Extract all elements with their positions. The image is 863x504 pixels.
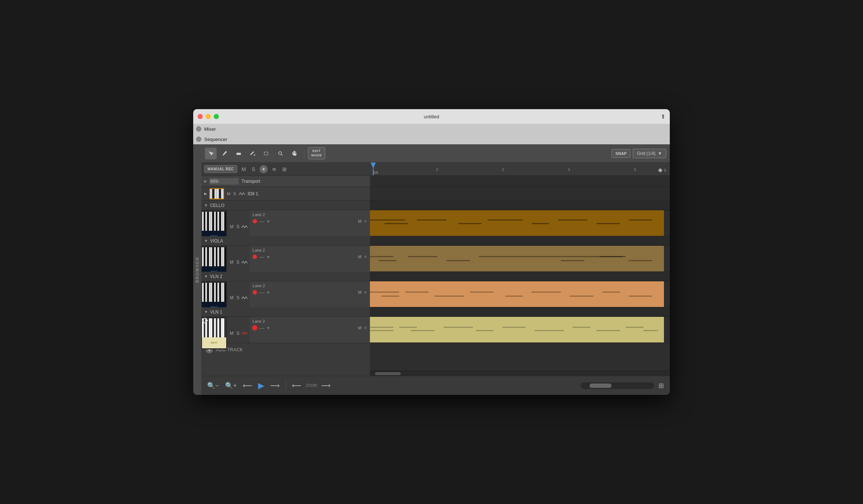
s-button[interactable]: S bbox=[250, 166, 257, 173]
mixer-panel-item[interactable]: Mixer bbox=[193, 124, 670, 134]
vln1-piano-block[interactable] bbox=[370, 317, 664, 342]
vln2-piano-block[interactable] bbox=[370, 281, 664, 307]
forward-zoom-button[interactable]: ⟶ bbox=[320, 380, 332, 391]
top-controls-bar: MANUAL REC M S + ≋ ⊞ bbox=[201, 163, 370, 176]
add-button[interactable]: + bbox=[260, 165, 268, 173]
bottom-scroll-bar[interactable] bbox=[581, 382, 654, 389]
cello-lane[interactable] bbox=[370, 201, 670, 236]
play-button[interactable]: ▶ bbox=[257, 379, 266, 392]
vln1-lane[interactable] bbox=[370, 307, 670, 343]
cello-piano-block[interactable] bbox=[370, 210, 664, 236]
window-title: untitled bbox=[424, 114, 439, 119]
sequencer-panel-item[interactable]: Sequencer bbox=[193, 134, 670, 144]
vln2-lane-arrow-icon[interactable]: ▼ bbox=[267, 290, 270, 294]
edit-mode-button[interactable]: EDIT MODE bbox=[308, 147, 325, 159]
viola-m-button[interactable]: M bbox=[229, 259, 234, 266]
titlebar: untitled ⬆ bbox=[193, 109, 670, 124]
paint-tool-button[interactable] bbox=[247, 148, 258, 159]
id8-m-button[interactable]: M bbox=[227, 192, 230, 196]
vln1-header: ▼ VLN 1 bbox=[201, 307, 370, 317]
grid-view-button[interactable]: ⊞ bbox=[281, 166, 288, 173]
vln1-lane-x-button[interactable]: ✕ bbox=[364, 326, 367, 330]
grid-dropdown[interactable]: Grid (1/4) ▼ bbox=[633, 149, 666, 158]
cello-expand-icon[interactable]: ▼ bbox=[204, 203, 208, 207]
minimize-button[interactable] bbox=[206, 114, 211, 119]
cello-lane-arrow-icon[interactable]: ▼ bbox=[267, 219, 270, 223]
vln2-lane[interactable] bbox=[370, 272, 670, 307]
playhead[interactable] bbox=[371, 163, 376, 176]
main-content: Browser bbox=[193, 144, 670, 395]
vln2-m-button[interactable]: M bbox=[229, 294, 234, 301]
transport-track-name: Transport bbox=[242, 179, 260, 184]
close-button[interactable] bbox=[198, 114, 203, 119]
viola-lane-x-button[interactable]: ✕ bbox=[364, 255, 367, 259]
viola-lane-m-button[interactable]: M bbox=[358, 255, 361, 259]
vln1-m-button[interactable]: M bbox=[229, 330, 234, 337]
zoom-out-button[interactable]: 🔍− bbox=[206, 380, 221, 391]
vln2-track: ▼ VLN 2 NNXT bbox=[201, 272, 370, 307]
vln1-lane-label: Lane 2 bbox=[253, 319, 367, 323]
manual-rec-button[interactable]: MANUAL REC bbox=[204, 165, 237, 173]
cello-s-button[interactable]: S bbox=[236, 223, 240, 230]
transport-expand-icon[interactable]: ▶ bbox=[204, 179, 207, 183]
viola-piano-block[interactable] bbox=[370, 246, 664, 271]
rewind-zoom-button[interactable]: ⟵ bbox=[290, 380, 303, 391]
zoom-in-button[interactable]: 🔍+ bbox=[224, 380, 239, 391]
id8-s-button[interactable]: S bbox=[233, 192, 236, 196]
viola-s-button[interactable]: S bbox=[236, 259, 240, 266]
viola-rec-dot[interactable] bbox=[253, 255, 257, 259]
cello-rec-dot[interactable] bbox=[253, 219, 257, 223]
vln2-s-button[interactable]: S bbox=[236, 294, 240, 301]
cello-lane-m-button[interactable]: M bbox=[358, 219, 361, 223]
zoom-tool-button[interactable] bbox=[275, 148, 286, 159]
vln2-lane-m-button[interactable]: M bbox=[358, 290, 361, 294]
grid-label: Grid (1/4) bbox=[637, 151, 655, 156]
vln1-s-button[interactable]: S bbox=[236, 330, 240, 337]
viola-lane-controls: — ▼ M ✕ bbox=[253, 254, 367, 260]
vln1-lane-m-button[interactable]: M bbox=[358, 326, 361, 330]
transport-waveform bbox=[209, 178, 239, 185]
cello-lane-label: Lane 2 bbox=[253, 212, 367, 217]
ruler-marker-4: 4 bbox=[568, 166, 570, 173]
m-button[interactable]: M bbox=[240, 166, 247, 173]
select-tool-button[interactable] bbox=[205, 148, 217, 159]
viola-lane[interactable] bbox=[370, 236, 670, 272]
toolbar-divider bbox=[304, 149, 304, 158]
vln2-track-name: VLN 2 bbox=[210, 274, 222, 279]
traffic-lights bbox=[198, 114, 219, 119]
bottom-scroll-thumb[interactable] bbox=[590, 383, 612, 388]
vln1-lane-arrow-icon[interactable]: ▼ bbox=[267, 326, 270, 330]
vln2-rec-dot[interactable] bbox=[253, 290, 257, 294]
sequencer-dot bbox=[196, 137, 201, 142]
viola-expand-icon[interactable]: ▼ bbox=[204, 239, 208, 243]
pencil-tool-button[interactable] bbox=[219, 148, 231, 159]
vln2-lane-x-button[interactable]: ✕ bbox=[364, 290, 367, 295]
vln2-expand-icon[interactable]: ▼ bbox=[204, 274, 208, 278]
mixer-label: Mixer bbox=[204, 126, 216, 132]
browser-strip[interactable]: Browser bbox=[193, 144, 201, 395]
id8-track-name: ID8 1 bbox=[248, 191, 258, 196]
viola-lane-arrow-icon[interactable]: ▼ bbox=[267, 255, 270, 259]
svg-marker-4 bbox=[371, 163, 376, 168]
id8-expand-icon[interactable]: ▶ bbox=[204, 192, 207, 196]
vln1-expand-icon[interactable]: ▼ bbox=[204, 310, 208, 314]
snap-button[interactable]: SNAP bbox=[612, 149, 631, 158]
vln1-rec-dot[interactable] bbox=[253, 326, 257, 330]
cello-lane-x-button[interactable]: ✕ bbox=[364, 219, 367, 224]
cello-lane-dash: — bbox=[259, 218, 264, 224]
timeline-scrollbar[interactable] bbox=[370, 371, 670, 376]
vln1-lane-header bbox=[370, 307, 670, 317]
marquee-tool-button[interactable] bbox=[261, 148, 272, 159]
timeline-scrollbar-thumb[interactable] bbox=[375, 372, 401, 375]
maximize-button[interactable] bbox=[214, 114, 219, 119]
erase-tool-button[interactable] bbox=[233, 148, 245, 159]
forward-button[interactable]: ⟶ bbox=[269, 380, 281, 391]
cello-m-button[interactable]: M bbox=[229, 223, 234, 230]
settings-button[interactable]: ⊞ bbox=[657, 380, 665, 391]
vln2-lane-header bbox=[370, 272, 670, 281]
arrange-button[interactable]: ≋ bbox=[271, 166, 278, 173]
rewind-button[interactable]: ⟵ bbox=[241, 380, 254, 391]
hand-tool-button[interactable] bbox=[289, 148, 300, 159]
vln1-thumbnail: NNXT bbox=[201, 317, 227, 349]
cello-track: ▼ CELLO NNXT bbox=[201, 201, 370, 236]
